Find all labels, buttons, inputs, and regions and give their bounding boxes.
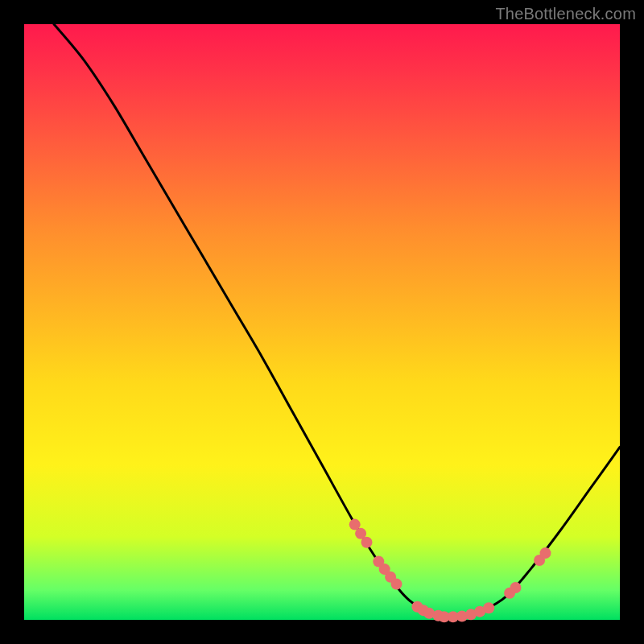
- highlight-dot: [391, 579, 402, 590]
- chart-plot-area: [24, 24, 620, 620]
- highlight-dot: [483, 602, 494, 613]
- chart-svg: [24, 24, 620, 620]
- curve-layer: [54, 24, 620, 617]
- bottleneck-curve: [54, 24, 620, 617]
- highlight-dot: [540, 547, 551, 559]
- highlight-dot: [361, 537, 373, 548]
- highlight-dot: [510, 582, 522, 593]
- watermark-text: TheBottleneck.com: [495, 5, 636, 23]
- dots-layer: [349, 519, 551, 623]
